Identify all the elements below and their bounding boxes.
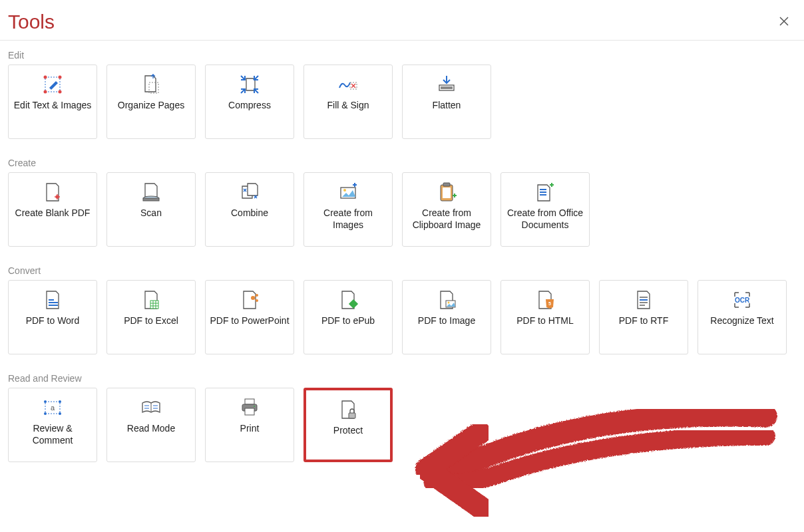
organize-pages-icon <box>140 73 162 96</box>
create-from-images-icon <box>337 181 359 203</box>
pdf-to-word-icon <box>41 289 64 311</box>
card-label: Create from Images <box>304 207 392 231</box>
svg-point-38 <box>44 412 47 415</box>
svg-rect-10 <box>143 198 159 201</box>
svg-rect-14 <box>443 183 450 186</box>
recognize-text-button[interactable]: OCR Recognize Text <box>698 280 787 354</box>
card-label: Protect <box>329 425 367 437</box>
read-mode-button[interactable]: Read Mode <box>106 388 196 462</box>
card-label: Compress <box>224 100 275 112</box>
svg-text:a: a <box>51 404 55 412</box>
card-label: Combine <box>227 207 272 219</box>
svg-rect-22 <box>150 301 158 309</box>
svg-rect-17 <box>540 192 546 193</box>
card-label: Recognize Text <box>706 315 777 327</box>
compress-button[interactable]: Compress <box>205 65 294 139</box>
svg-rect-18 <box>540 194 546 196</box>
svg-rect-43 <box>245 408 254 415</box>
svg-rect-8 <box>441 86 453 89</box>
svg-rect-16 <box>540 189 546 190</box>
svg-point-39 <box>59 412 61 415</box>
organize-pages-button[interactable]: Organize Pages <box>106 65 196 139</box>
close-button[interactable] <box>779 11 796 31</box>
recognize-text-icon: OCR <box>731 289 753 311</box>
review-comment-button[interactable]: a Review & Comment <box>8 388 97 462</box>
scan-button[interactable]: Scan <box>106 172 196 247</box>
create-from-clipboard-icon <box>435 181 458 203</box>
create-blank-pdf-icon <box>41 181 64 203</box>
card-label: PDF to RTF <box>615 315 672 327</box>
pdf-to-epub-icon <box>337 289 359 311</box>
svg-rect-32 <box>640 302 648 303</box>
card-label: Edit Text & Images <box>10 100 95 112</box>
svg-point-12 <box>343 189 346 192</box>
card-label: PDF to Image <box>414 315 479 327</box>
pdf-to-image-button[interactable]: PDF to Image <box>402 280 491 354</box>
create-from-clipboard-button[interactable]: Create from Clipboard Image <box>402 172 491 247</box>
svg-rect-15 <box>443 188 451 198</box>
card-label: PDF to Word <box>22 315 84 327</box>
flatten-button[interactable]: Flatten <box>402 65 491 139</box>
pdf-to-rtf-button[interactable]: PDF to RTF <box>599 280 688 354</box>
pdf-to-powerpoint-button[interactable]: PDF to PowerPoint <box>205 280 294 354</box>
combine-icon <box>238 181 261 203</box>
pdf-to-html-icon: 5 <box>534 289 556 311</box>
card-label: Fill & Sign <box>323 100 373 112</box>
fill-sign-icon <box>337 73 359 96</box>
svg-point-3 <box>44 90 47 94</box>
pdf-to-html-button[interactable]: 5 PDF to HTML <box>501 280 590 354</box>
pdf-to-epub-button[interactable]: PDF to ePub <box>303 280 393 354</box>
card-label: Review & Comment <box>9 423 97 446</box>
card-label: PDF to ePub <box>317 315 379 327</box>
pdf-to-rtf-icon <box>632 289 655 311</box>
svg-point-37 <box>59 400 61 403</box>
section-label-convert: Convert <box>8 265 804 276</box>
svg-point-36 <box>44 400 47 403</box>
svg-text:5: 5 <box>548 301 551 306</box>
pdf-to-image-icon <box>435 289 458 311</box>
review-comment-icon: a <box>41 396 64 419</box>
create-blank-pdf-button[interactable]: Create Blank PDF <box>8 172 97 247</box>
scan-icon <box>140 181 162 203</box>
card-label: Scan <box>136 207 166 219</box>
protect-button[interactable]: Protect <box>303 388 393 462</box>
fill-sign-button[interactable]: Fill & Sign <box>303 65 393 139</box>
page-title: Tools <box>8 11 55 33</box>
card-label: PDF to Excel <box>120 315 182 327</box>
card-label: PDF to HTML <box>512 315 578 327</box>
section-label-edit: Edit <box>8 50 804 61</box>
section-label-read-review: Read and Review <box>8 373 804 384</box>
create-from-office-button[interactable]: Create from Office Documents <box>501 172 590 247</box>
svg-rect-19 <box>49 302 58 303</box>
flatten-icon <box>435 73 458 96</box>
card-label: Organize Pages <box>114 100 188 112</box>
card-label: Read Mode <box>123 423 179 435</box>
pdf-to-excel-button[interactable]: PDF to Excel <box>106 280 196 354</box>
close-icon <box>779 13 789 30</box>
svg-rect-20 <box>49 305 58 306</box>
edit-text-images-button[interactable]: Edit Text & Images <box>8 65 97 139</box>
card-label: Create Blank PDF <box>11 207 95 219</box>
print-icon <box>238 396 261 419</box>
pdf-to-powerpoint-icon <box>238 289 261 311</box>
card-label: Create from Office Documents <box>501 207 589 231</box>
protect-icon <box>337 398 359 421</box>
svg-rect-21 <box>49 299 54 301</box>
print-button[interactable]: Print <box>205 388 294 462</box>
combine-button[interactable]: Combine <box>205 172 294 247</box>
create-from-office-icon <box>534 181 556 203</box>
card-label: PDF to PowerPoint <box>206 315 293 327</box>
card-label: Print <box>236 423 264 435</box>
edit-text-images-icon <box>41 73 64 96</box>
svg-text:OCR: OCR <box>735 297 750 304</box>
svg-point-2 <box>59 76 62 79</box>
svg-point-44 <box>254 406 255 407</box>
card-label: Flatten <box>429 100 465 112</box>
pdf-to-word-button[interactable]: PDF to Word <box>8 280 97 354</box>
svg-point-4 <box>59 90 62 94</box>
pdf-to-excel-icon <box>140 289 162 311</box>
svg-rect-45 <box>349 413 355 418</box>
create-from-images-button[interactable]: Create from Images <box>303 172 393 247</box>
read-mode-icon <box>140 396 162 419</box>
card-label: Create from Clipboard Image <box>403 207 491 231</box>
